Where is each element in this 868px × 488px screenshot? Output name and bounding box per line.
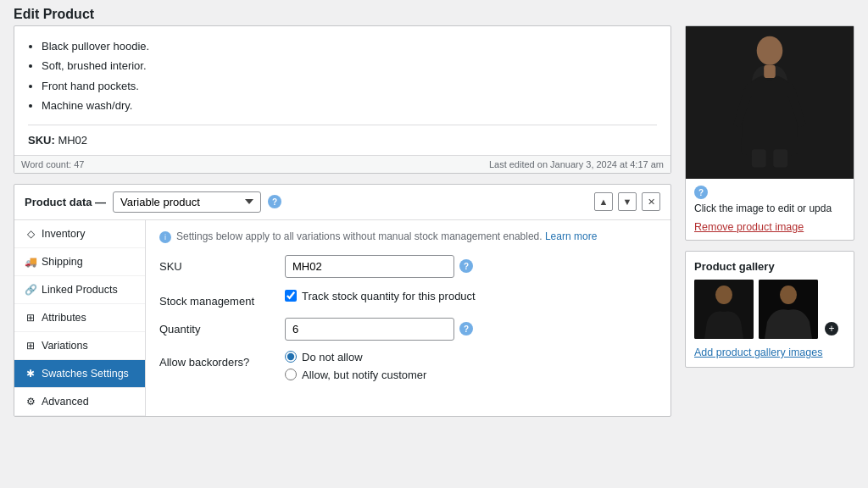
tab-variations-label: Variations [42, 340, 88, 352]
tab-inventory-label: Inventory [42, 228, 85, 240]
svg-rect-2 [752, 149, 766, 167]
advanced-icon: ⚙ [25, 396, 36, 408]
linked-icon: 🔗 [25, 284, 36, 296]
tab-inventory[interactable]: ◇ Inventory [14, 220, 145, 248]
product-data-body: ◇ Inventory 🚚 Shipping 🔗 Linked Products [14, 220, 670, 416]
product-data-section: Product data — Variable product Simple p… [14, 184, 671, 417]
allow-backorders-label: Allow backorders? [159, 351, 278, 369]
backorders-notify-text: Allow, but notify customer [302, 369, 426, 381]
desc-item-3: Front hand pockets. [42, 76, 657, 96]
image-caption-text: Click the image to edit or upda [686, 202, 854, 218]
svg-point-0 [757, 36, 783, 65]
quantity-label: Quantity [159, 318, 278, 336]
tab-advanced-label: Advanced [42, 396, 89, 408]
quantity-help-icon[interactable]: ? [459, 322, 473, 336]
product-type-select[interactable]: Variable product Simple product Grouped … [113, 191, 261, 213]
svg-point-7 [780, 286, 797, 304]
inventory-icon: ◇ [25, 228, 36, 240]
learn-more-link[interactable]: Learn more [545, 230, 597, 242]
gallery-thumb-1-img [694, 280, 754, 339]
attributes-icon: ⊞ [25, 312, 36, 324]
quantity-field: ? [285, 318, 657, 341]
description-divider [28, 125, 657, 125]
svg-point-5 [715, 286, 732, 304]
product-image-svg [723, 30, 816, 175]
tab-attributes[interactable]: ⊞ Attributes [14, 304, 145, 332]
tab-linked-products[interactable]: 🔗 Linked Products [14, 276, 145, 304]
product-image-container[interactable] [686, 26, 854, 179]
product-type-help-icon[interactable]: ? [268, 195, 281, 208]
gallery-title: Product gallery [694, 260, 845, 273]
sku-form-row: SKU ? [159, 255, 657, 278]
collapse-up-button[interactable]: ▲ [594, 192, 613, 211]
gallery-thumb-2[interactable] [759, 280, 818, 339]
header-controls: ▲ ▼ ✕ [594, 192, 660, 211]
stock-management-label: Stock management [159, 290, 278, 308]
product-data-title: Product data — [25, 196, 106, 208]
quantity-input[interactable] [285, 318, 454, 341]
gallery-thumb-2-img [759, 280, 818, 339]
close-panel-button[interactable]: ✕ [642, 192, 660, 211]
description-list: Black pullover hoodie. Soft, brushed int… [28, 36, 657, 116]
product-image-box: ? Click the image to edit or upda Remove… [685, 25, 854, 241]
variations-icon: ⊞ [25, 340, 36, 352]
sku-field-wrapper: ? [285, 255, 657, 278]
main-content: Black pullover hoodie. Soft, brushed int… [0, 25, 868, 488]
gallery-images: + [694, 280, 845, 339]
tab-linked-label: Linked Products [42, 284, 118, 296]
add-gallery-link[interactable]: Add product gallery images [694, 347, 822, 358]
backorders-no-radio[interactable] [285, 351, 297, 363]
tab-content-inventory: i Settings below apply to all variations… [146, 220, 670, 416]
backorders-notify-label[interactable]: Allow, but notify customer [285, 369, 426, 381]
sku-value: MH02 [58, 134, 87, 147]
word-count: Word count: 47 [21, 159, 84, 169]
gallery-add-badge-area: + [823, 280, 838, 339]
tab-swatches-settings[interactable]: ✱ Swatches Settings [14, 360, 145, 388]
product-gallery-box: Product gallery [685, 251, 854, 368]
tab-attributes-label: Attributes [42, 312, 86, 324]
sku-line: SKU: MH02 [28, 134, 657, 147]
right-column: ? Click the image to edit or upda Remove… [685, 25, 854, 474]
collapse-down-button[interactable]: ▼ [618, 192, 637, 211]
word-count-bar: Word count: 47 Last edited on January 3,… [14, 155, 670, 173]
product-data-header: Product data — Variable product Simple p… [14, 185, 670, 220]
image-help: ? [686, 179, 854, 202]
left-column: Black pullover hoodie. Soft, brushed int… [14, 25, 671, 474]
tab-shipping[interactable]: 🚚 Shipping [14, 248, 145, 276]
allow-backorders-field: Do not allow Allow, but notify customer [285, 351, 657, 381]
backorders-no-label[interactable]: Do not allow [285, 351, 426, 363]
tab-variations[interactable]: ⊞ Variations [14, 332, 145, 360]
plus-badge: + [825, 322, 838, 336]
quantity-row: Quantity ? [159, 318, 657, 341]
tab-swatches-label: Swatches Settings [42, 368, 129, 380]
page-wrapper: Edit Product Black pullover hoodie. Soft… [0, 0, 868, 488]
backorders-no-text: Do not allow [302, 351, 363, 363]
desc-item-1: Black pullover hoodie. [42, 36, 657, 56]
remove-image-link[interactable]: Remove product image [686, 218, 854, 240]
desc-item-2: Soft, brushed interior. [42, 56, 657, 75]
svg-rect-1 [764, 65, 776, 78]
stock-management-row: Stock management Track stock quantity fo… [159, 290, 657, 308]
info-notice: i Settings below apply to all variations… [159, 230, 657, 243]
sku-label: SKU: [28, 134, 55, 147]
gallery-thumb-1[interactable] [694, 280, 754, 339]
allow-backorders-row: Allow backorders? Do not allow [159, 351, 657, 381]
info-icon: i [159, 231, 171, 243]
backorders-notify-radio[interactable] [285, 369, 297, 380]
sku-field-label: SKU [159, 260, 278, 273]
desc-item-4: Machine wash/dry. [42, 96, 657, 115]
stock-management-checkbox-label[interactable]: Track stock quantity for this product [285, 290, 476, 302]
info-notice-text: Settings below apply to all variations w… [176, 230, 597, 242]
swatches-icon: ✱ [25, 368, 36, 380]
stock-management-field: Track stock quantity for this product [285, 290, 657, 302]
last-edited: Last edited on January 3, 2024 at 4:17 a… [489, 159, 664, 169]
description-box: Black pullover hoodie. Soft, brushed int… [14, 25, 671, 174]
tab-shipping-label: Shipping [42, 256, 83, 268]
image-help-icon[interactable]: ? [694, 186, 708, 199]
tab-advanced[interactable]: ⚙ Advanced [14, 388, 145, 416]
sku-input[interactable] [285, 255, 454, 278]
page-title: Edit Product [0, 0, 868, 25]
svg-rect-3 [773, 149, 787, 167]
sku-help-icon[interactable]: ? [459, 259, 473, 273]
stock-management-checkbox[interactable] [285, 290, 297, 302]
